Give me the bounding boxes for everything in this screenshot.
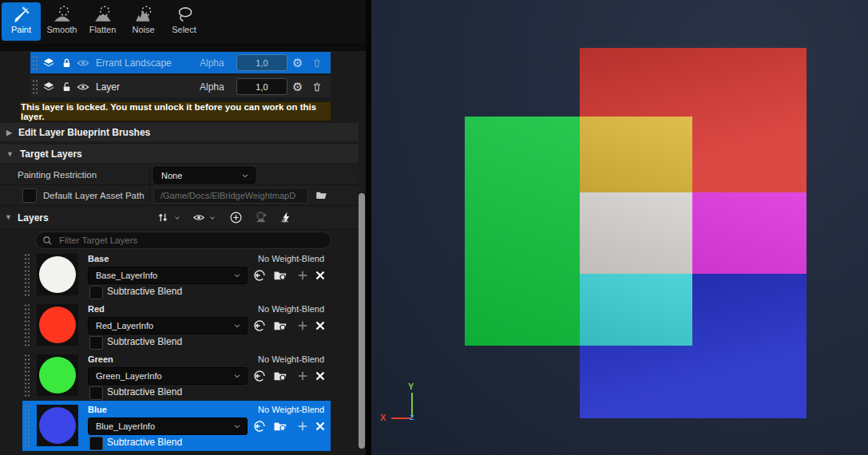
section-target-layers[interactable]: ▼ Target Layers: [0, 144, 359, 163]
clear-layer-info-x-icon[interactable]: [313, 369, 327, 383]
layers-header-row: ▼ Layers: [0, 206, 359, 230]
use-selected-asset-icon[interactable]: [252, 268, 267, 283]
lock-open-icon[interactable]: [61, 81, 73, 93]
target-layer-item-base[interactable]: Base No Weight-Blend Base_LayerInfo Subt…: [22, 250, 331, 300]
use-selected-asset-icon[interactable]: [252, 369, 267, 383]
layer-thumbnail[interactable]: [37, 405, 78, 446]
delete-layer-trash-icon[interactable]: [311, 57, 323, 69]
chevron-down-icon: [233, 422, 241, 430]
layer-info-dropdown[interactable]: Green_LayerInfo: [88, 367, 248, 385]
edit-layer-row-errant-landscape[interactable]: Errant Landscape Alpha 1,0 ⚙: [30, 52, 331, 73]
layer-settings-gear-icon[interactable]: ⚙: [292, 80, 303, 94]
level-viewport[interactable]: Y X Z: [371, 0, 868, 455]
tool-smooth[interactable]: Smooth: [42, 2, 81, 41]
drag-handle[interactable]: [32, 55, 38, 70]
folder-picker-icon[interactable]: [315, 189, 328, 201]
panel-viewport-divider[interactable]: [366, 0, 371, 455]
layer-visibility-eye-icon[interactable]: [192, 212, 206, 224]
drag-handle[interactable]: [32, 79, 38, 94]
weight-blend-status: No Weight-Blend: [258, 304, 324, 314]
tool-noise[interactable]: Noise: [124, 2, 163, 41]
default-layer-asset-path-checkbox[interactable]: [22, 188, 37, 203]
subtractive-blend-checkbox[interactable]: [89, 336, 103, 350]
tool-select-label: Select: [172, 25, 196, 34]
create-layers-from-material-icon[interactable]: [254, 211, 268, 224]
filter-target-layers-search[interactable]: Filter Target Layers: [35, 231, 331, 249]
lock-closed-icon[interactable]: [61, 57, 73, 69]
tool-noise-label: Noise: [132, 25, 154, 34]
tool-flatten[interactable]: Flatten: [83, 2, 122, 41]
create-layer-info-plus-icon[interactable]: [295, 419, 310, 433]
column-splitter[interactable]: [149, 164, 150, 184]
subtractive-blend-checkbox[interactable]: [89, 437, 103, 450]
weightmap-cyan-overlap-region: [580, 274, 692, 346]
use-selected-asset-icon[interactable]: [252, 419, 267, 433]
column-splitter[interactable]: [149, 185, 150, 205]
use-selected-asset-icon[interactable]: [252, 318, 267, 333]
paint-brush-icon: [11, 4, 32, 25]
chevron-down-icon[interactable]: [208, 215, 216, 221]
weight-blend-status: No Weight-Blend: [258, 254, 324, 263]
layer-thumbnail[interactable]: [37, 354, 78, 396]
landscape-paint-panel: Paint Smooth Flatten: [0, 0, 366, 455]
visibility-eye-icon[interactable]: [77, 57, 89, 69]
drag-handle[interactable]: [24, 354, 30, 398]
create-layer-info-plus-icon[interactable]: [295, 318, 310, 333]
layer-thumbnail[interactable]: [37, 304, 78, 346]
drag-handle[interactable]: [24, 404, 30, 448]
chevron-down-icon: [241, 172, 249, 180]
rebuild-layers-lightning-icon[interactable]: [279, 211, 293, 224]
browse-to-asset-folder-icon[interactable]: [273, 268, 287, 283]
clear-layer-info-x-icon[interactable]: [313, 318, 327, 333]
tool-flatten-label: Flatten: [89, 25, 117, 34]
target-layer-item-red[interactable]: Red No Weight-Blend Red_LayerInfo Subtra…: [22, 300, 331, 350]
layer-info-dropdown[interactable]: Blue_LayerInfo: [88, 417, 248, 435]
sort-layers-icon[interactable]: [157, 211, 169, 224]
clear-layer-info-x-icon[interactable]: [313, 268, 327, 283]
drag-handle[interactable]: [24, 303, 30, 347]
subtractive-blend-checkbox[interactable]: [89, 386, 103, 400]
layer-settings-gear-icon[interactable]: ⚙: [292, 56, 303, 70]
search-placeholder: Filter Target Layers: [59, 235, 137, 245]
clear-layer-info-x-icon[interactable]: [313, 419, 327, 433]
create-layer-info-plus-icon[interactable]: [295, 369, 310, 383]
default-layer-asset-path-field[interactable]: /Game/Docs/ElBridgeWeightmapD: [153, 188, 308, 204]
landscape-tool-strip: Paint Smooth Flatten: [0, 0, 366, 46]
painting-restriction-value: None: [161, 171, 241, 180]
edit-layer-row-layer[interactable]: Layer Alpha 1,0 ⚙: [30, 76, 331, 97]
search-icon: [42, 235, 53, 246]
layers-stack-icon: [42, 56, 56, 70]
subtractive-blend-label: Subtractive Blend: [107, 386, 182, 398]
layer-info-dropdown[interactable]: Base_LayerInfo: [88, 267, 248, 284]
chevron-down-icon[interactable]: [173, 215, 181, 221]
target-layer-name: Green: [88, 354, 113, 364]
tool-select[interactable]: Select: [164, 2, 204, 41]
sphere-preview: [39, 256, 76, 293]
create-layer-info-plus-icon[interactable]: [295, 268, 310, 283]
target-layer-name: Base: [88, 254, 109, 263]
add-layer-plus-circle-icon[interactable]: [229, 211, 243, 224]
browse-to-asset-folder-icon[interactable]: [273, 419, 287, 433]
painting-restriction-dropdown[interactable]: None: [153, 167, 256, 184]
target-layer-item-green[interactable]: Green No Weight-Blend Green_LayerInfo Su…: [22, 350, 331, 401]
chevron-down-icon: ▼: [5, 213, 12, 221]
smooth-icon: [52, 4, 73, 25]
layers-stack-icon: [42, 80, 56, 94]
target-layer-item-blue[interactable]: Blue No Weight-Blend Blue_LayerInfo Subt…: [22, 401, 331, 451]
alpha-input[interactable]: 1,0: [236, 78, 287, 95]
panel-scrollbar[interactable]: [359, 193, 365, 449]
weight-blend-status: No Weight-Blend: [258, 405, 324, 414]
subtractive-blend-checkbox[interactable]: [89, 286, 103, 299]
browse-to-asset-folder-icon[interactable]: [273, 369, 287, 383]
visibility-eye-icon[interactable]: [77, 81, 89, 93]
chevron-down-icon: [233, 271, 241, 279]
browse-to-asset-folder-icon[interactable]: [273, 318, 287, 333]
layer-info-dropdown[interactable]: Red_LayerInfo: [88, 317, 248, 334]
alpha-input[interactable]: 1,0: [236, 54, 287, 71]
drag-handle[interactable]: [24, 253, 30, 297]
delete-layer-trash-icon[interactable]: [311, 81, 323, 93]
section-edit-layer-blueprint-brushes[interactable]: ▶ Edit Layer Blueprint Brushes: [0, 123, 359, 141]
layer-thumbnail[interactable]: [37, 254, 78, 295]
tool-paint[interactable]: Paint: [2, 2, 41, 41]
alpha-label: Alpha: [200, 81, 224, 93]
